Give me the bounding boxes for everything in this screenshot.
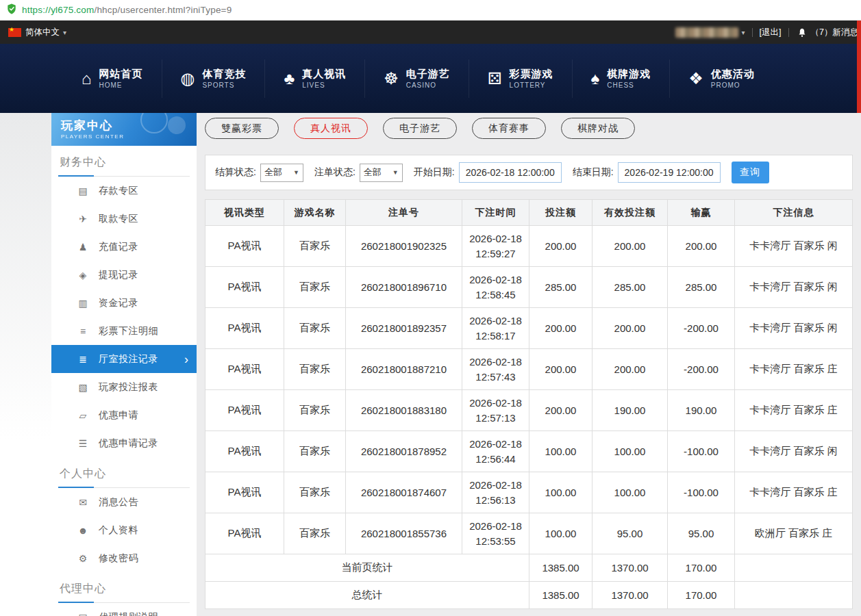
nav-item[interactable]: ◍ 体育竞技 SPORTS <box>162 60 265 98</box>
nav-item[interactable]: ⌂ 网站首页 HOME <box>63 60 162 98</box>
cell-bet-time: 2026-02-18 12:56:44 <box>462 431 529 472</box>
tab[interactable]: 雙赢彩票 <box>205 118 279 139</box>
cell-valid-bet-amount: 95.00 <box>592 513 668 554</box>
cell-video-type: PA视讯 <box>205 472 284 513</box>
table-row: PA视讯 百家乐 260218001883180 2026-02-18 12:5… <box>205 390 853 431</box>
sidebar-item-label: 充值记录 <box>99 241 138 253</box>
sidebar-item-label: 厅室投注记录 <box>99 353 158 365</box>
cell-game-name: 百家乐 <box>284 472 346 513</box>
end-date-input[interactable] <box>618 162 721 183</box>
cell-game-name: 百家乐 <box>284 267 346 308</box>
language-selector[interactable]: 简体中文 <box>25 27 60 38</box>
sidebar-item[interactable]: ☻ 个人资料 › <box>51 516 197 544</box>
sidebar-item[interactable]: ≡ 彩票下注明细 › <box>51 317 197 345</box>
sidebar-item[interactable]: ▱ 优惠申请 › <box>51 401 197 429</box>
order-status-value: 全部 <box>364 166 382 179</box>
sidebar-item[interactable]: ✈ 取款专区 › <box>51 205 197 233</box>
column-header: 注单号 <box>346 200 462 226</box>
sidebar-item[interactable]: ◈ 提现记录 › <box>51 261 197 289</box>
screen: https://yl675.com/hhcp/usercenter.html?i… <box>0 0 861 616</box>
summary-valid-total: 1370.00 <box>592 582 668 609</box>
settle-status-value: 全部 <box>264 166 282 179</box>
start-date-input[interactable] <box>459 162 562 183</box>
recharge-record-icon: ♟ <box>76 242 90 252</box>
nav-item[interactable]: ♣ 真人视讯 LIVES <box>264 60 364 98</box>
left-gutter <box>0 113 51 616</box>
new-messages-link[interactable]: （7）新消息 <box>811 27 858 38</box>
cell-order-number: 260218001874607 <box>346 472 462 513</box>
home-icon: ⌂ <box>82 70 92 87</box>
cell-bet-info: 欧洲厅 百家乐 庄 <box>735 513 853 554</box>
summary-label: 总统计 <box>205 582 529 609</box>
cell-bet-amount: 200.00 <box>529 226 592 267</box>
sidebar-section-title: 代理中心 <box>58 572 190 603</box>
sidebar-item[interactable]: ≣ 厅室投注记录 › <box>51 345 197 373</box>
tab[interactable]: 真人视讯 <box>294 118 368 139</box>
logout-link[interactable]: [退出] <box>760 27 782 38</box>
tab[interactable]: 体育赛事 <box>472 118 546 139</box>
sidebar-item[interactable]: ✉ 消息公告 › <box>51 488 197 516</box>
sidebar-item-label: 取款专区 <box>99 213 138 225</box>
cell-bet-info: 卡卡湾厅 百家乐 庄 <box>735 349 853 390</box>
caret-down-icon[interactable]: ▾ <box>742 29 745 36</box>
tab[interactable]: 电子游艺 <box>383 118 457 139</box>
cell-order-number: 260218001892357 <box>346 308 462 349</box>
cards-icon: ♣ <box>284 70 295 87</box>
cell-valid-bet-amount: 285.00 <box>592 267 668 308</box>
settle-status-select[interactable]: 全部 ▼ <box>260 164 303 182</box>
nav-item[interactable]: ☸ 电子游艺 CASINO <box>364 60 469 98</box>
gift-icon: ❖ <box>688 70 703 87</box>
right-edge-red-tab <box>857 21 861 113</box>
caret-down-icon[interactable]: ▾ <box>63 29 66 36</box>
username-redacted[interactable] <box>675 27 738 38</box>
nav-item-label-zh: 电子游艺 <box>406 67 450 81</box>
sidebar-item[interactable]: ▤ 存款专区 › <box>51 177 197 205</box>
sidebar-item-label: 优惠申请记录 <box>99 437 158 450</box>
hall-bet-record-icon: ≣ <box>76 355 90 364</box>
sidebar-item[interactable]: ☰ 优惠申请记录 › <box>51 429 197 457</box>
cell-video-type: PA视讯 <box>205 349 284 390</box>
order-status-select[interactable]: 全部 ▼ <box>360 164 403 182</box>
column-header: 投注额 <box>529 200 592 226</box>
sidebar-item-label: 彩票下注明细 <box>99 325 158 337</box>
url-scheme: https:// <box>22 5 51 15</box>
url-text[interactable]: https://yl675.com/hhcp/usercenter.html?i… <box>22 5 232 15</box>
bell-icon[interactable] <box>797 27 807 38</box>
sidebar-item-label: 代理规则说明 <box>99 611 158 616</box>
nav-item-label-en: CHESS <box>607 81 651 90</box>
basketball-icon: ◍ <box>181 70 195 87</box>
nav-item[interactable]: ⚄ 彩票游戏 LOTTERY <box>469 60 572 98</box>
divider <box>788 28 789 37</box>
cell-game-name: 百家乐 <box>284 431 346 472</box>
sidebar-item[interactable]: ▤ 代理规则说明 › <box>51 603 197 616</box>
sidebar-item[interactable]: ▧ 玩家投注报表 › <box>51 373 197 401</box>
cell-valid-bet-amount: 200.00 <box>592 226 668 267</box>
sidebar-item[interactable]: ▥ 资金记录 › <box>51 289 197 317</box>
main-nav: ⌂ 网站首页 HOME ◍ 体育竞技 SPORTS ♣ 真人视讯 LIVES <box>0 44 861 113</box>
browser-address-bar[interactable]: https://yl675.com/hhcp/usercenter.html?i… <box>0 0 861 21</box>
cell-bet-time: 2026-02-18 12:56:13 <box>462 472 529 513</box>
tab[interactable]: 棋牌对战 <box>561 118 635 139</box>
promo-apply-record-icon: ☰ <box>76 439 90 448</box>
sidebar-item[interactable]: ♟ 充值记录 › <box>51 233 197 261</box>
cell-game-name: 百家乐 <box>284 226 346 267</box>
url-path: /hhcp/usercenter.html?iniType=9 <box>94 5 232 15</box>
cell-win-loss: -200.00 <box>668 308 735 349</box>
cell-bet-info: 卡卡湾厅 百家乐 闲 <box>735 308 853 349</box>
nav-item-label-en: PROMO <box>711 81 755 90</box>
sidebar-item[interactable]: ⚙ 修改密码 › <box>51 544 197 572</box>
nav-item[interactable]: ❖ 优惠活动 PROMO <box>669 60 773 98</box>
query-button[interactable]: 查询 <box>732 162 769 183</box>
cell-bet-info: 卡卡湾厅 百家乐 庄 <box>735 472 853 513</box>
cell-order-number: 260218001883180 <box>346 390 462 431</box>
chevron-right-icon: › <box>184 353 188 365</box>
sidebar-item-label: 消息公告 <box>99 496 138 509</box>
withdraw-record-icon: ◈ <box>76 270 90 280</box>
cell-bet-amount: 100.00 <box>529 513 592 554</box>
sidebar-item-label: 个人资料 <box>99 524 138 537</box>
table-row: PA视讯 百家乐 260218001902325 2026-02-18 12:5… <box>205 226 853 267</box>
summary-winloss-total: 170.00 <box>668 582 735 609</box>
cell-order-number: 260218001896710 <box>346 267 462 308</box>
cell-video-type: PA视讯 <box>205 226 284 267</box>
nav-item[interactable]: ♠ 棋牌游戏 CHESS <box>572 60 670 98</box>
